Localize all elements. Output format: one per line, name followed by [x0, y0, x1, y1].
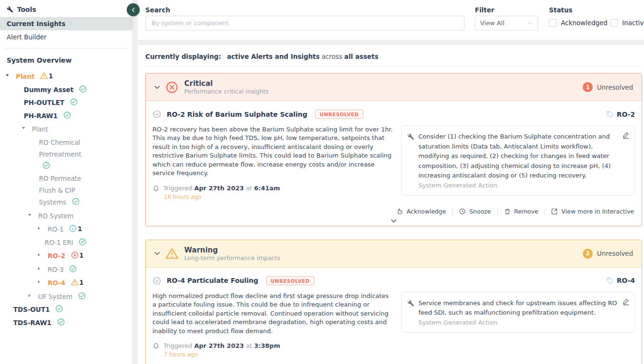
sidebar-item-current-insights[interactable]: Current Insights: [0, 17, 133, 30]
tree-item-ro-2[interactable]: RO-2 1: [0, 249, 133, 261]
insights-dashboard: Tools Current Insights Alert Builder Sys…: [0, 0, 644, 364]
tree-item-tds-out1[interactable]: TDS-OUT1: [0, 303, 133, 315]
check-circle-icon: [55, 305, 63, 313]
warning-icon: [71, 278, 79, 286]
critical-x-circle-icon: [165, 81, 179, 94]
check-circle-icon: [57, 318, 65, 326]
filter-select[interactable]: View All: [475, 16, 538, 30]
checkbox-acknowledged[interactable]: Acknowledged: [549, 19, 607, 27]
tree-item-dummy-asset[interactable]: Dummy Asset: [0, 84, 133, 95]
alert-count: 1: [48, 72, 53, 80]
currently-displaying-bar: Currently displaying: active Alerts and …: [145, 53, 642, 67]
tree-item-plant-sub[interactable]: Plant: [0, 122, 133, 135]
edit-action-icon[interactable]: [622, 298, 630, 306]
wrench-icon: [7, 6, 13, 13]
filter-label: Filter: [475, 6, 494, 14]
critical-section-header[interactable]: Critical Performance critical insights 1…: [146, 74, 642, 101]
caret-right-icon[interactable]: [37, 276, 42, 288]
wrench-icon: [407, 300, 414, 307]
checkbox-box[interactable]: [549, 19, 557, 27]
view-more-button[interactable]: View more in Interactive: [545, 208, 635, 215]
asset-tag: RO-4: [617, 277, 635, 284]
caret-down-icon[interactable]: [21, 122, 27, 134]
asset-tag-link[interactable]: RO-2: [606, 111, 635, 118]
remove-button[interactable]: Remove: [498, 208, 545, 215]
tree-item-ro-1-eri[interactable]: RO-1 ERI: [0, 236, 133, 248]
verified-icon: [152, 276, 161, 285]
caret-right-icon[interactable]: [37, 249, 42, 261]
tree-item-ro-chemical-pretreatment[interactable]: RO Chemical Pretreatment: [0, 136, 93, 171]
tree-item-ph-raw1[interactable]: PH-RAW1: [0, 110, 133, 121]
check-circle-icon: [79, 85, 87, 93]
alert-count: 1: [79, 279, 84, 286]
section-title: Critical: [184, 79, 269, 88]
edit-action-icon[interactable]: [622, 131, 630, 139]
check-circle-icon: [78, 238, 86, 246]
recommended-action-box: Consider (1) checking the Barium Sulphat…: [401, 125, 635, 196]
expand-chevron-icon[interactable]: [390, 217, 398, 225]
check-circle-icon: [42, 161, 50, 169]
verified-icon: [152, 110, 161, 119]
warning-section-header[interactable]: Warning Long-term performance impacts 2 …: [146, 240, 642, 268]
critical-section-card: Critical Performance critical insights 1…: [145, 73, 642, 226]
tools-header: Tools: [0, 4, 133, 17]
sidebar-item-alert-builder[interactable]: Alert Builder: [0, 30, 133, 44]
caret-down-icon[interactable]: [27, 209, 33, 221]
collapse-chevron-icon[interactable]: [153, 84, 161, 91]
tree-item-ro-permeate-flush-cip[interactable]: RO Permeate Flush & CIP Systems: [0, 172, 93, 208]
insight-description: RO-2 recovery has been above the Barium …: [152, 125, 394, 178]
chevron-left-icon: [130, 7, 137, 13]
external-link-icon: [551, 208, 558, 215]
collapse-chevron-icon[interactable]: [153, 250, 161, 257]
collapse-sidebar-button[interactable]: [127, 3, 140, 16]
asset-tag: RO-2: [617, 111, 635, 118]
insight-description: High normalized product flow decline and…: [152, 292, 394, 336]
warning-section-card: Warning Long-term performance impacts 2 …: [145, 240, 642, 364]
bell-icon: [152, 342, 160, 349]
action-source: System Generated Action: [418, 182, 620, 189]
check-circle-icon: [72, 197, 80, 205]
tree-item-uf-system[interactable]: UF System: [0, 290, 133, 302]
check-circle-icon: [63, 111, 71, 119]
tree-item-ro-4[interactable]: RO-4 1: [0, 276, 133, 289]
caret-right-icon[interactable]: [37, 263, 42, 274]
bell-icon: [152, 185, 160, 192]
check-circle-icon: [69, 265, 77, 273]
section-subtitle: Performance critical insights: [184, 88, 269, 95]
snooze-button[interactable]: Snooze: [453, 208, 497, 215]
tree-item-ph-outlet[interactable]: PH-OUTLET: [0, 96, 133, 108]
section-subtitle: Long-term performance impacts: [184, 254, 280, 261]
unresolved-label: Unresolved: [597, 250, 633, 257]
action-text: Consider (1) checking the Barium Sulphat…: [418, 132, 620, 181]
tree-item-ro-3[interactable]: RO-3: [0, 263, 133, 275]
system-overview-header: System Overview: [0, 54, 133, 70]
section-title: Warning: [184, 246, 280, 254]
sidebar: Tools Current Insights Alert Builder Sys…: [0, 0, 133, 364]
insight-title: RO-4 Particulate Fouling: [167, 277, 258, 284]
chevron-down-icon: [527, 20, 533, 26]
caret-right-icon[interactable]: [27, 290, 33, 301]
sidebar-divider: [5, 48, 128, 49]
checkbox-box[interactable]: [610, 19, 618, 27]
check-circle-icon: [70, 98, 78, 106]
tree-item-ro-system[interactable]: RO System: [0, 209, 133, 222]
caret-down-icon[interactable]: [5, 70, 10, 81]
tree-item-tds-raw1[interactable]: TDS-RAW1: [0, 317, 133, 328]
info-icon: [69, 224, 77, 233]
asset-tag-link[interactable]: RO-4: [606, 277, 635, 284]
acknowledge-button[interactable]: Acknowledge: [390, 208, 452, 215]
check-circle-icon: [78, 292, 86, 300]
caret-right-icon[interactable]: [37, 223, 42, 234]
action-text: Service membranes and check for upstream…: [418, 299, 620, 318]
triggered-row: Triggered Apr 27th 2023 at 3:38pm: [152, 342, 394, 349]
insight-item: RO-2 Risk of Barium Sulphate Scaling UNR…: [146, 101, 642, 226]
time-ago: 7 hours ago: [164, 351, 394, 358]
search-label: Search: [145, 6, 170, 14]
tree-item-ro-1[interactable]: RO-1 1: [0, 223, 133, 235]
search-input[interactable]: [145, 16, 464, 30]
unresolved-label: Unresolved: [597, 84, 633, 91]
tree-item-plant[interactable]: Plant 1: [0, 70, 133, 82]
checkbox-inactive[interactable]: Inactive: [610, 19, 644, 27]
warning-triangle-icon: [165, 247, 179, 260]
insights-panel: Currently displaying: active Alerts and …: [138, 45, 644, 364]
